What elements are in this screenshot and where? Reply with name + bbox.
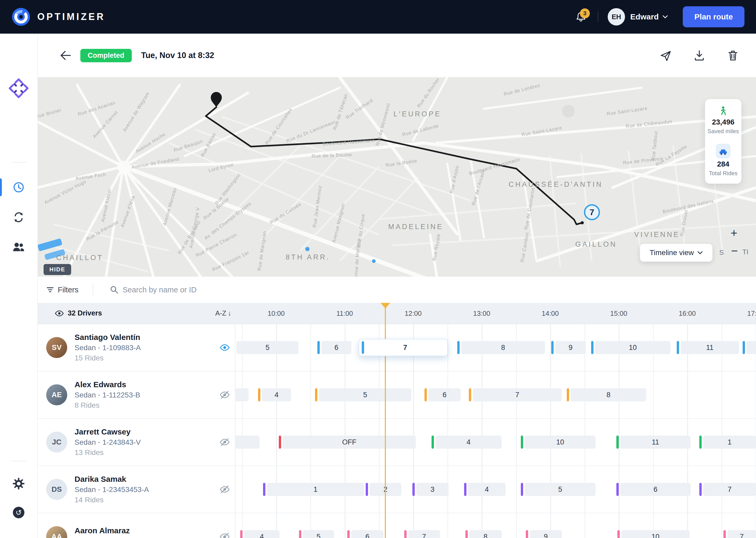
driver-row[interactable]: JC Jarrett Cawsey Sedan 1-243843-V 13 Ri… (38, 419, 756, 466)
ride-segment[interactable]: 9 (526, 530, 562, 538)
share-button[interactable] (659, 49, 672, 62)
vehicle-id: 1-109883-A (102, 344, 141, 352)
segment-bar: 10 (595, 341, 670, 354)
street-label: Rue du Rocher (416, 77, 441, 109)
ride-segment[interactable]: 10 (521, 436, 595, 449)
vehicle-type: Sedan (74, 344, 96, 352)
ride-segment[interactable]: 7 (358, 339, 448, 356)
eye-off-icon (219, 484, 230, 495)
driver-vehicle: Sedan 1-109883-A (74, 344, 141, 352)
delete-button[interactable] (727, 49, 739, 62)
sidebar-item-drivers[interactable] (11, 240, 26, 254)
ride-segment[interactable]: 7 (699, 483, 756, 496)
street-label: Rue de Châteaudun (625, 119, 672, 129)
drivers-header: 32 Drivers A-Z ↓ (38, 303, 235, 324)
visibility-toggle[interactable] (218, 389, 231, 401)
ride-segment[interactable]: 7 (724, 530, 756, 538)
rides-count: 8 Rides (74, 401, 140, 409)
ride-segment[interactable]: 8 (567, 388, 646, 402)
timeline-view-dropdown[interactable]: Timeline view (640, 244, 712, 262)
driver-info: JC Jarrett Cawsey Sedan 1-243843-V 13 Ri… (38, 419, 235, 465)
ride-segment[interactable]: 5 (237, 341, 299, 354)
back-button[interactable] (59, 49, 71, 62)
visibility-toggle[interactable] (218, 483, 231, 496)
sidebar-item-settings[interactable] (11, 476, 26, 491)
avatar: AE (46, 384, 67, 405)
user-menu[interactable]: EH Edward (608, 8, 668, 26)
ride-segment[interactable]: 9 (551, 341, 586, 354)
driver-row[interactable]: SV Santiago Valentín Sedan 1-109883-A 15… (38, 324, 756, 371)
district-label: L'EUROPE (394, 110, 441, 118)
ride-segment[interactable] (743, 341, 756, 354)
segment-accent (616, 483, 619, 496)
driver-info: AE Alex Edwards Sedan 1-112253-B 8 Rides (38, 371, 235, 418)
ride-segment[interactable]: 7 (469, 388, 562, 402)
ride-segment[interactable]: 4 (258, 388, 291, 402)
zoom-in-button[interactable]: + (727, 227, 741, 240)
search-input[interactable] (122, 286, 306, 294)
ride-segment[interactable]: 2 (366, 483, 402, 496)
segment-bar: 9 (555, 341, 586, 354)
ride-segment[interactable]: 8 (465, 530, 502, 538)
ride-segment[interactable]: 1 (699, 436, 756, 449)
ride-segment[interactable]: 4 (432, 436, 502, 449)
street-label: Avenue de Friedland (131, 156, 180, 170)
ride-segment[interactable]: 10 (617, 530, 689, 538)
visibility-toggle[interactable] (218, 530, 231, 538)
sidebar-item-sync[interactable] (11, 210, 26, 225)
ride-segment[interactable]: 5 (315, 388, 411, 402)
ride-segment[interactable]: 1 (263, 483, 364, 496)
street-label: Rue Jean Mermoz (311, 185, 323, 228)
plan-route-button[interactable]: Plan route (683, 6, 744, 27)
map[interactable]: 7 L'EUROPECHAUSSÉE-D'ANTINMADELEINE8TH A… (38, 77, 756, 277)
sort-button[interactable]: A-Z ↓ (215, 309, 231, 317)
ride-segment[interactable]: 4 (464, 483, 505, 496)
zoom-out-button[interactable]: − (727, 244, 742, 257)
ride-segment[interactable]: 4 (240, 530, 280, 538)
vehicle-id: 1-112253-B (102, 391, 140, 399)
ride-segment[interactable]: 6 (424, 388, 461, 402)
ride-segment[interactable]: 3 (412, 483, 449, 496)
street-label: Rue Balzac (200, 132, 217, 158)
sidebar-item-timeline[interactable] (11, 180, 26, 195)
avatar: SV (46, 337, 67, 358)
notifications-button[interactable]: 3 (574, 10, 588, 24)
ride-segment[interactable] (235, 436, 260, 449)
driver-row[interactable]: AE Alex Edwards Sedan 1-112253-B 8 Rides (38, 371, 756, 419)
visibility-toggle[interactable] (218, 341, 231, 354)
hide-map-button[interactable]: HIDE (44, 264, 71, 275)
ride-segment[interactable]: OFF (279, 436, 416, 449)
ride-segment[interactable]: 7 (404, 530, 440, 538)
driver-info: AA Aaron Almaraz Sedan 1-4567653-D (38, 513, 235, 538)
active-nav-indicator (0, 178, 2, 196)
ride-segment[interactable]: 8 (457, 341, 545, 354)
filter-icon (46, 285, 55, 294)
ride-segment[interactable]: 10 (591, 341, 670, 354)
ride-segment[interactable] (235, 388, 249, 402)
street-label: Avenue Carnot (92, 110, 119, 139)
driver-row[interactable]: AA Aaron Almaraz Sedan 1-4567653-D (38, 513, 756, 538)
visibility-toggle[interactable] (218, 436, 231, 449)
street-label: Avenue Hoche (135, 132, 166, 154)
hour-label: 12:00 (404, 309, 422, 317)
ride-segment[interactable]: 5 (299, 530, 334, 538)
hour-label: 16:00 (679, 309, 696, 317)
ride-segment[interactable]: 11 (677, 341, 739, 354)
download-button[interactable] (693, 49, 706, 62)
sort-label: A-Z (215, 309, 226, 317)
driver-timeline: 1234567 (235, 466, 756, 513)
driver-name: Darika Samak (74, 475, 149, 484)
hour-label: 13:00 (473, 309, 490, 317)
download-icon (693, 49, 706, 62)
segment-bar: 1 (267, 483, 364, 496)
driver-row[interactable]: DS Darika Samak Sedan 1-23453453-A 14 Ri… (38, 466, 756, 513)
street-label: Avenue d'Iéna (119, 195, 136, 228)
sidebar-item-collapse[interactable]: ↺ (11, 505, 26, 520)
ride-segment[interactable]: 6 (317, 341, 352, 354)
filters-button[interactable]: Filters (46, 285, 78, 294)
ride-segment[interactable]: 6 (616, 483, 691, 496)
ride-segment[interactable]: 6 (347, 530, 384, 538)
ride-segment[interactable]: 5 (521, 483, 595, 496)
ride-segment[interactable]: 11 (616, 436, 691, 449)
driver-timeline: OFF410111 (235, 419, 756, 465)
